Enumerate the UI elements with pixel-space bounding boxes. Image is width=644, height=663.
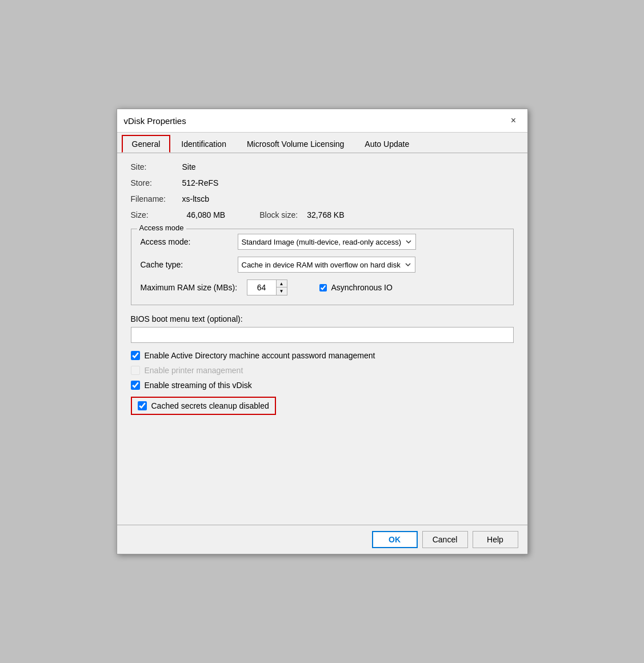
close-button[interactable]: × (507, 114, 521, 127)
ok-button[interactable]: OK (372, 531, 418, 548)
filename-value: xs-ltscb (182, 194, 209, 203)
cached-secrets-row: Cached secrets cleanup disabled (131, 397, 276, 415)
size-row: Size: 46,080 MB Block size: 32,768 KB (131, 210, 514, 219)
footer: OK Cancel Help (117, 525, 527, 554)
async-io-container: Asynchronous IO (319, 283, 393, 292)
streaming-checkbox[interactable] (131, 381, 140, 390)
block-size-item: Block size: 32,768 KB (259, 210, 344, 219)
async-io-label: Asynchronous IO (331, 283, 393, 292)
spin-up-arrow[interactable]: ▲ (277, 280, 287, 287)
cached-secrets-label: Cached secrets cleanup disabled (151, 401, 269, 410)
cache-type-row: Cache type: Cache in device RAM with ove… (141, 257, 504, 273)
size-label: Size: (131, 210, 182, 219)
site-row: Site: Site (131, 162, 514, 171)
tab-content-general: Site: Site Store: 512-ReFS Filename: xs-… (117, 153, 527, 525)
cancel-button[interactable]: Cancel (422, 531, 468, 548)
printer-row: Enable printer management (131, 366, 514, 375)
printer-checkbox[interactable] (131, 366, 140, 375)
dialog-title: vDisk Properties (124, 116, 186, 126)
max-ram-label: Maximum RAM size (MBs): (141, 283, 238, 292)
bios-label: BIOS boot menu text (optional): (131, 314, 514, 323)
tab-general[interactable]: General (122, 135, 171, 153)
spin-down-arrow[interactable]: ▼ (277, 287, 287, 295)
block-size-value: 32,768 KB (307, 210, 344, 219)
bios-input[interactable] (131, 327, 514, 343)
ad-password-label: Enable Active Directory machine account … (145, 351, 375, 360)
ad-password-row: Enable Active Directory machine account … (131, 351, 514, 360)
block-size-label: Block size: (259, 210, 298, 219)
tab-licensing[interactable]: Microsoft Volume Licensing (237, 135, 354, 153)
filename-row: Filename: xs-ltscb (131, 194, 514, 203)
tab-identification[interactable]: Identification (171, 135, 236, 153)
cache-type-select[interactable]: Cache in device RAM with overflow on har… (238, 257, 415, 273)
title-bar: vDisk Properties × (117, 109, 527, 133)
store-value: 512-ReFS (182, 178, 219, 187)
max-ram-spinbox[interactable]: ▲ ▼ (247, 279, 287, 295)
site-label: Site: (131, 162, 182, 171)
access-mode-group-legend: Access mode (137, 223, 186, 232)
streaming-label: Enable streaming of this vDisk (145, 381, 252, 390)
access-mode-group: Access mode Access mode: Standard Image … (131, 229, 514, 305)
printer-label: Enable printer management (145, 366, 243, 375)
spin-arrows: ▲ ▼ (276, 280, 287, 295)
site-value: Site (182, 162, 196, 171)
size-item: Size: 46,080 MB (131, 210, 226, 219)
cache-type-select-wrapper: Cache in device RAM with overflow on har… (238, 257, 504, 273)
store-label: Store: (131, 178, 182, 187)
async-io-checkbox[interactable] (319, 284, 327, 291)
tab-autoupdate[interactable]: Auto Update (355, 135, 419, 153)
ad-password-checkbox[interactable] (131, 351, 140, 360)
vdisk-properties-dialog: vDisk Properties × General Identificatio… (117, 109, 528, 554)
bios-section: BIOS boot menu text (optional): (131, 314, 514, 351)
filename-label: Filename: (131, 194, 182, 203)
size-value: 46,080 MB (187, 210, 226, 219)
access-mode-row: Access mode: Standard Image (multi-devic… (141, 234, 504, 250)
access-mode-label: Access mode: (141, 237, 238, 246)
ram-row: Maximum RAM size (MBs): ▲ ▼ Asynchronous… (141, 279, 504, 295)
cache-type-label: Cache type: (141, 260, 238, 269)
help-button[interactable]: Help (473, 531, 518, 548)
access-mode-select[interactable]: Standard Image (multi-device, read-only … (238, 234, 416, 250)
max-ram-input[interactable] (247, 280, 276, 295)
cached-secrets-checkbox[interactable] (138, 401, 147, 410)
store-row: Store: 512-ReFS (131, 178, 514, 187)
tab-bar: General Identification Microsoft Volume … (117, 135, 527, 153)
streaming-row: Enable streaming of this vDisk (131, 381, 514, 390)
access-mode-select-wrapper: Standard Image (multi-device, read-only … (238, 234, 504, 250)
